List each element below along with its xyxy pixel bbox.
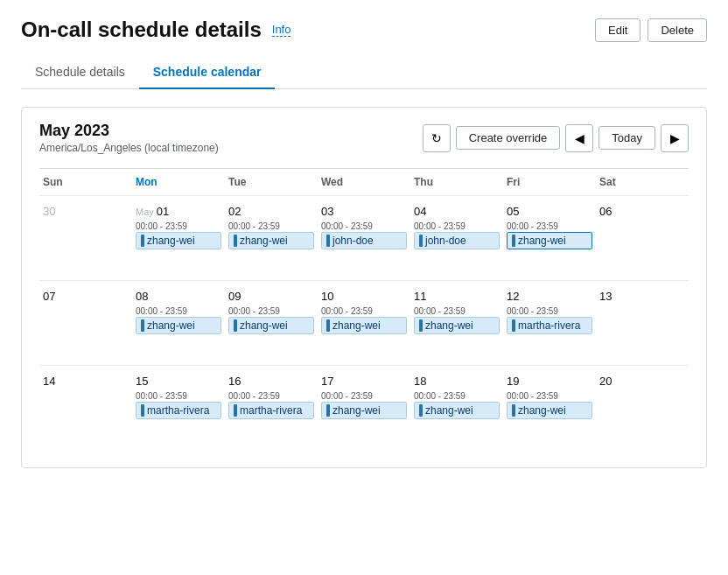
day-num: 07 (43, 290, 129, 303)
tab-schedule-details[interactable]: Schedule details (21, 56, 139, 89)
event-time: 00:00 - 23:59 (507, 391, 592, 401)
event-time: 00:00 - 23:59 (507, 306, 592, 316)
next-icon: ▶ (670, 131, 680, 145)
calendar-grid: Sun Mon Tue Wed Thu Fri Sat 30 May 01 00… (39, 168, 689, 450)
event-block: 00:00 - 23:59 zhang-wei (321, 306, 407, 334)
day-cell-14: 14 (39, 375, 132, 436)
day-num: 06 (599, 205, 685, 218)
prev-button[interactable]: ◀ (565, 124, 593, 152)
page: On-call schedule details Info Edit Delet… (0, 0, 728, 575)
event-dot (326, 319, 330, 332)
day-header-tue: Tue (225, 176, 318, 188)
info-badge[interactable]: Info (272, 23, 291, 37)
today-button[interactable]: Today (598, 126, 655, 150)
event-dot (512, 319, 515, 332)
event-time: 00:00 - 23:59 (228, 306, 314, 316)
event-user: john-doe (332, 235, 374, 247)
event-user: zhang-wei (518, 235, 566, 247)
day-header-fri: Fri (503, 176, 596, 188)
event-user: martha-rivera (240, 404, 302, 417)
day-cell-08: 08 00:00 - 23:59 zhang-wei (132, 290, 225, 351)
day-cell-03: 03 00:00 - 23:59 john-doe (318, 205, 410, 266)
event-time: 00:00 - 23:59 (321, 306, 407, 316)
day-num: 12 (507, 290, 592, 303)
event-name[interactable]: martha-rivera (507, 317, 592, 334)
event-name[interactable]: john-doe (321, 232, 407, 249)
delete-button[interactable]: Delete (648, 18, 707, 42)
edit-button[interactable]: Edit (595, 18, 640, 42)
day-cell-11: 11 00:00 - 23:59 zhang-wei (410, 290, 503, 351)
event-time: 00:00 - 23:59 (321, 221, 407, 231)
event-time: 00:00 - 23:59 (414, 391, 500, 401)
event-time: 00:00 - 23:59 (228, 221, 314, 231)
day-num: 04 (414, 205, 500, 218)
event-name[interactable]: zhang-wei (321, 317, 407, 334)
calendar-header: May 2023 America/Los_Angeles (local time… (39, 122, 689, 154)
tab-schedule-calendar[interactable]: Schedule calendar (139, 56, 276, 89)
event-name[interactable]: zhang-wei (414, 317, 500, 334)
day-num: 20 (599, 375, 685, 388)
event-block: 00:00 - 23:59 zhang-wei (507, 391, 592, 419)
tabs: Schedule details Schedule calendar (21, 56, 707, 89)
event-name[interactable]: martha-rivera (228, 402, 314, 419)
event-user: zhang-wei (332, 319, 381, 332)
calendar-card: May 2023 America/Los_Angeles (local time… (21, 107, 707, 468)
event-name[interactable]: martha-rivera (136, 402, 221, 419)
day-num: 16 (228, 375, 314, 388)
day-num: 03 (321, 205, 407, 218)
day-num: 10 (321, 290, 407, 303)
day-num: 11 (414, 290, 500, 303)
event-user: john-doe (425, 235, 466, 247)
event-dot (234, 235, 237, 247)
event-user: zhang-wei (425, 319, 473, 332)
header-actions: Edit Delete (595, 18, 707, 42)
day-header-thu: Thu (410, 176, 503, 188)
event-block: 00:00 - 23:59 zhang-wei (321, 391, 407, 419)
event-name[interactable]: zhang-wei (228, 317, 314, 334)
event-dot (419, 235, 423, 247)
event-time: 00:00 - 23:59 (136, 221, 221, 231)
event-user: zhang-wei (240, 319, 288, 332)
event-name[interactable]: zhang-wei (136, 232, 221, 249)
event-user: zhang-wei (147, 235, 195, 247)
event-time: 00:00 - 23:59 (136, 391, 221, 401)
event-dot (326, 404, 330, 417)
event-name[interactable]: zhang-wei (321, 402, 407, 419)
event-time: 00:00 - 23:59 (136, 306, 221, 316)
day-cell-may01: May 01 00:00 - 23:59 zhang-wei (132, 205, 225, 266)
event-name[interactable]: zhang-wei (228, 232, 314, 249)
event-name[interactable]: zhang-wei (507, 232, 592, 249)
day-cell-09: 09 00:00 - 23:59 zhang-wei (225, 290, 318, 351)
week-row-1: 30 May 01 00:00 - 23:59 zhang-wei 02 (39, 195, 689, 280)
event-block: 00:00 - 23:59 zhang-wei (414, 391, 500, 419)
refresh-icon: ↻ (431, 131, 442, 145)
create-override-button[interactable]: Create override (456, 126, 561, 150)
event-name[interactable]: john-doe (414, 232, 500, 249)
day-cell-07: 07 (39, 290, 132, 351)
event-dot (512, 235, 515, 247)
event-name[interactable]: zhang-wei (507, 402, 592, 419)
event-dot (141, 235, 144, 247)
event-time: 00:00 - 23:59 (414, 221, 500, 231)
day-num: 08 (136, 290, 221, 303)
event-dot (234, 404, 237, 417)
day-num: 17 (321, 375, 407, 388)
next-button[interactable]: ▶ (661, 124, 689, 152)
event-user: martha-rivera (518, 319, 580, 332)
refresh-button[interactable]: ↻ (423, 124, 451, 152)
day-num: 15 (136, 375, 221, 388)
event-block: 00:00 - 23:59 john-doe (414, 221, 500, 249)
event-name[interactable]: zhang-wei (414, 402, 500, 419)
event-block: 00:00 - 23:59 martha-rivera (507, 306, 592, 334)
event-block: 00:00 - 23:59 zhang-wei (507, 221, 592, 249)
calendar-title-block: May 2023 America/Los_Angeles (local time… (39, 122, 219, 154)
week-row-3: 14 15 00:00 - 23:59 martha-rivera 16 (39, 365, 689, 450)
day-header-sat: Sat (596, 176, 689, 188)
day-num: 14 (43, 375, 129, 388)
title-group: On-call schedule details Info (21, 18, 290, 42)
event-name[interactable]: zhang-wei (136, 317, 221, 334)
day-num: 19 (507, 375, 592, 388)
day-num: 30 (43, 205, 129, 218)
day-header-wed: Wed (318, 176, 410, 188)
event-user: zhang-wei (240, 235, 288, 247)
